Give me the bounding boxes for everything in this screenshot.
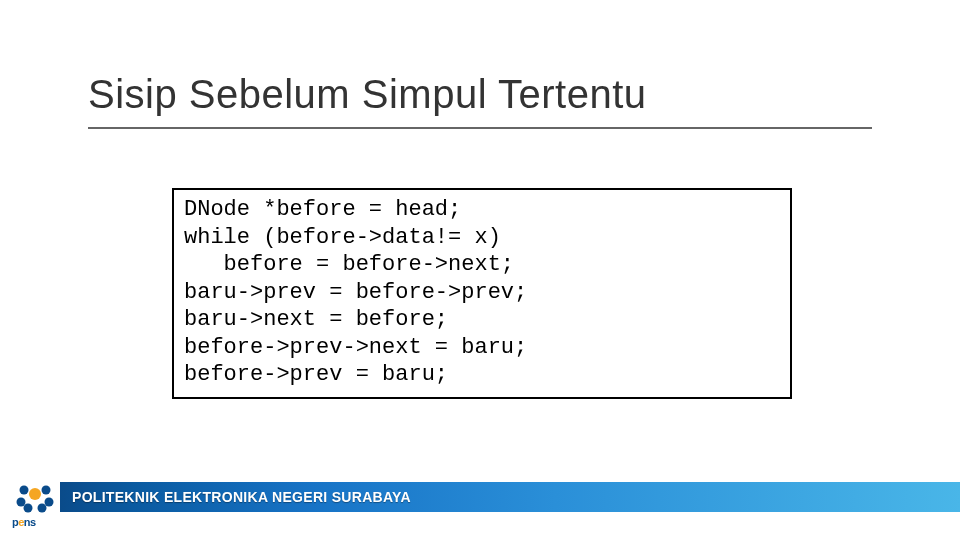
code-line: baru->next = before;: [184, 306, 780, 334]
title-block: Sisip Sebelum Simpul Tertentu: [88, 72, 872, 129]
code-line: DNode *before = head;: [184, 196, 780, 224]
code-box: DNode *before = head; while (before->dat…: [172, 188, 792, 399]
slide: Sisip Sebelum Simpul Tertentu DNode *bef…: [0, 0, 960, 540]
svg-point-0: [29, 488, 41, 500]
code-line: before->prev->next = baru;: [184, 334, 780, 362]
pens-logo-text: pens: [12, 516, 36, 528]
footer-text: POLITEKNIK ELEKTRONIKA NEGERI SURABAYA: [72, 489, 411, 505]
code-line: while (before->data!= x): [184, 224, 780, 252]
footer-bar: POLITEKNIK ELEKTRONIKA NEGERI SURABAYA: [60, 482, 960, 512]
svg-point-6: [38, 504, 47, 513]
svg-point-4: [45, 498, 54, 507]
title-underline: [88, 127, 872, 129]
slide-title: Sisip Sebelum Simpul Tertentu: [88, 72, 872, 117]
code-line: baru->prev = before->prev;: [184, 279, 780, 307]
svg-point-5: [24, 504, 33, 513]
svg-point-1: [20, 486, 29, 495]
svg-point-2: [42, 486, 51, 495]
code-line: before = before->next;: [184, 251, 780, 279]
code-line: before->prev = baru;: [184, 361, 780, 389]
logo-letter: ns: [24, 516, 36, 528]
svg-point-3: [17, 498, 26, 507]
